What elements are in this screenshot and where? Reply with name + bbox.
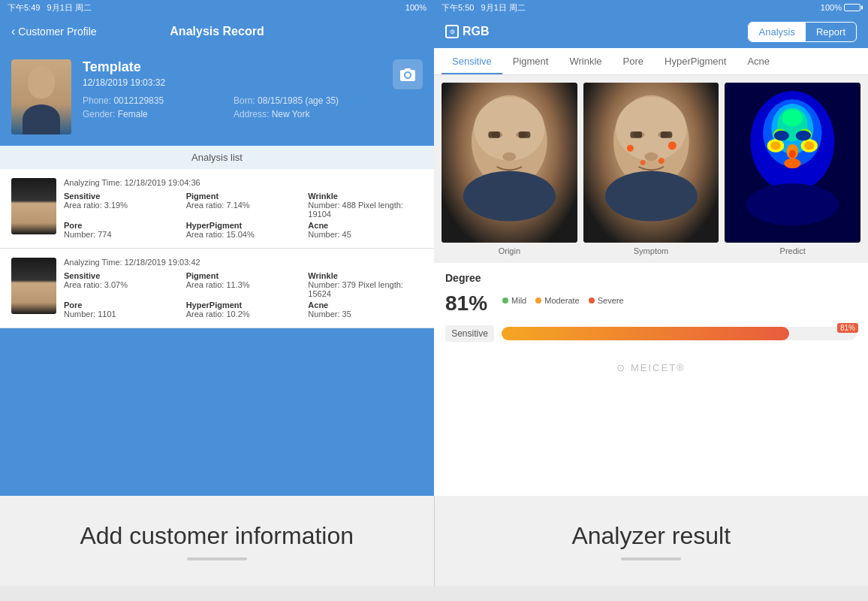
tab-wrinkle[interactable]: Wrinkle xyxy=(559,48,612,74)
svg-rect-4 xyxy=(488,131,500,138)
acne-metric-2: Acne Number: 35 xyxy=(308,300,423,319)
svg-point-37 xyxy=(796,131,811,140)
back-button[interactable]: ‹ Customer Profile xyxy=(11,25,97,38)
sensitive-bar-fill xyxy=(502,327,789,340)
svg-point-9 xyxy=(616,97,686,161)
analysis-thumb-2 xyxy=(11,258,56,314)
skin-type-tabs: Sensitive Pigment Wrinkle Pore HyperPigm… xyxy=(434,48,868,75)
status-bar-right: 下午5:50 9月1日 周二 100% xyxy=(434,0,868,15)
back-label: Customer Profile xyxy=(18,26,96,38)
svg-point-17 xyxy=(640,160,645,165)
face-symptom-container: Symptom xyxy=(583,83,719,255)
analysis-grid-2: Sensitive Area ratio: 3.07% Pigment Area… xyxy=(64,271,423,319)
svg-point-1 xyxy=(474,97,544,161)
left-scroll-indicator xyxy=(187,557,247,560)
analysis-item-1[interactable]: Analyzing Time: 12/18/2019 19:04:36 Sens… xyxy=(0,169,434,249)
sensitive-bar-container: 81% xyxy=(502,327,857,340)
face-symptom-image xyxy=(583,83,719,243)
meicet-logo: ⊙ MEICET® xyxy=(616,362,685,373)
avatar xyxy=(11,59,71,134)
tab-pigment[interactable]: Pigment xyxy=(502,48,559,74)
bar-label-sensitive: Sensitive xyxy=(445,325,494,342)
legend: Mild Moderate Severe xyxy=(502,296,624,305)
severe-dot xyxy=(589,297,595,304)
symptom-label: Symptom xyxy=(634,246,668,255)
degree-percentage: 81% xyxy=(445,291,487,316)
tab-pore[interactable]: Pore xyxy=(613,48,654,74)
back-chevron-icon: ‹ xyxy=(11,25,15,38)
bottom-labels: Add customer information Analyzer result xyxy=(0,496,868,586)
profile-date: 12/18/2019 19:03:32 xyxy=(83,77,381,88)
sensitive-metric-2: Sensitive Area ratio: 3.07% xyxy=(64,271,179,298)
face-origin-container: Origin xyxy=(442,83,577,255)
degree-header: Degree xyxy=(445,272,857,284)
degree-section: Degree 81% Mild Moderate Severe Sensitiv xyxy=(434,263,868,351)
acne-metric-1: Acne Number: 45 xyxy=(308,221,423,239)
nav-bar-left: ‹ Customer Profile Analysis Record xyxy=(0,15,434,48)
profile-details: Phone: 0012129835 Born: 08/15/1985 (age … xyxy=(83,95,381,119)
camera-button[interactable] xyxy=(393,59,423,89)
svg-rect-12 xyxy=(630,131,642,138)
mild-dot xyxy=(502,297,508,304)
analysis-time-2: Analyzing Time: 12/18/2019 19:03:42 xyxy=(64,258,423,267)
avatar-face xyxy=(11,59,71,134)
analysis-tab[interactable]: Analysis xyxy=(749,23,806,41)
moderate-label: Moderate xyxy=(544,296,579,305)
hyperpigment-metric-1: HyperPigment Area ratio: 15.04% xyxy=(186,221,301,239)
svg-point-35 xyxy=(784,159,800,168)
rgb-title: ⊙ RGB xyxy=(445,25,490,38)
pigment-metric-1: Pigment Area ratio: 7.14% xyxy=(186,192,301,219)
severe-label: Severe xyxy=(598,296,624,305)
left-time: 下午5:49 9月1日 周二 xyxy=(8,2,92,14)
svg-point-16 xyxy=(668,141,676,149)
svg-rect-5 xyxy=(519,131,531,138)
profile-info: Template 12/18/2019 19:03:32 Phone: 0012… xyxy=(83,59,381,119)
analysis-list: Analyzing Time: 12/18/2019 19:04:36 Sens… xyxy=(0,169,434,328)
pore-metric-1: Pore Number: 774 xyxy=(64,221,179,239)
nav-title: Analysis Record xyxy=(170,25,264,38)
svg-point-31 xyxy=(771,141,781,149)
mild-label: Mild xyxy=(511,296,526,305)
face-images: Origin xyxy=(434,75,868,263)
report-tab[interactable]: Report xyxy=(806,23,856,41)
svg-point-18 xyxy=(659,158,665,164)
face-predict-container: Predict xyxy=(725,83,860,255)
right-battery: 100% xyxy=(821,3,860,12)
tab-sensitive[interactable]: Sensitive xyxy=(442,48,502,74)
left-battery: 100% xyxy=(405,3,426,12)
wrinkle-metric-1: Wrinkle Number: 488 Pixel length: 19104 xyxy=(308,192,423,219)
analyzer-result-label: Analyzer result xyxy=(571,522,731,550)
analysis-details-1: Analyzing Time: 12/18/2019 19:04:36 Sens… xyxy=(64,178,423,239)
sensitive-metric-1: Sensitive Area ratio: 3.19% xyxy=(64,192,179,219)
pigment-metric-2: Pigment Area ratio: 11.3% xyxy=(186,271,301,298)
svg-point-20 xyxy=(604,171,697,221)
origin-inner xyxy=(442,83,577,243)
sensitive-bar-row: Sensitive 81% xyxy=(445,325,857,342)
analysis-time-1: Analyzing Time: 12/18/2019 19:04:36 xyxy=(64,178,423,187)
bottom-label-left: Add customer information xyxy=(0,496,434,586)
status-bar-left: 下午5:49 9月1日 周二 100% xyxy=(0,0,434,15)
right-panel: ⊙ RGB Analysis Report Sensitive Pigment … xyxy=(434,15,868,511)
face-predict-image xyxy=(725,83,860,243)
svg-point-36 xyxy=(774,131,789,140)
tab-acne[interactable]: Acne xyxy=(737,48,780,74)
analysis-item-2[interactable]: Analyzing Time: 12/18/2019 19:03:42 Sens… xyxy=(0,249,434,328)
svg-point-14 xyxy=(644,153,658,161)
tab-hyperpigment[interactable]: HyperPigment xyxy=(654,48,737,74)
pore-metric-2: Pore Number: 1101 xyxy=(64,300,179,319)
svg-point-7 xyxy=(463,171,556,221)
analysis-grid-1: Sensitive Area ratio: 3.19% Pigment Area… xyxy=(64,192,423,239)
right-time: 下午5:50 9月1日 周二 xyxy=(442,2,526,14)
hyperpigment-metric-2: HyperPigment Area ratio: 10.2% xyxy=(186,300,301,319)
svg-point-15 xyxy=(627,145,634,152)
analysis-list-header: Analysis list xyxy=(0,146,434,169)
origin-label: Origin xyxy=(499,246,520,255)
meicet-footer: ⊙ MEICET® xyxy=(434,351,868,385)
nav-bar-right: ⊙ RGB Analysis Report xyxy=(434,15,868,48)
legend-moderate: Moderate xyxy=(535,296,579,305)
born-info: Born: 08/15/1985 (age 35) xyxy=(234,95,381,106)
add-customer-label: Add customer information xyxy=(80,522,354,550)
svg-point-38 xyxy=(746,183,839,225)
analysis-details-2: Analyzing Time: 12/18/2019 19:03:42 Sens… xyxy=(64,258,423,319)
right-scroll-indicator xyxy=(621,557,681,560)
